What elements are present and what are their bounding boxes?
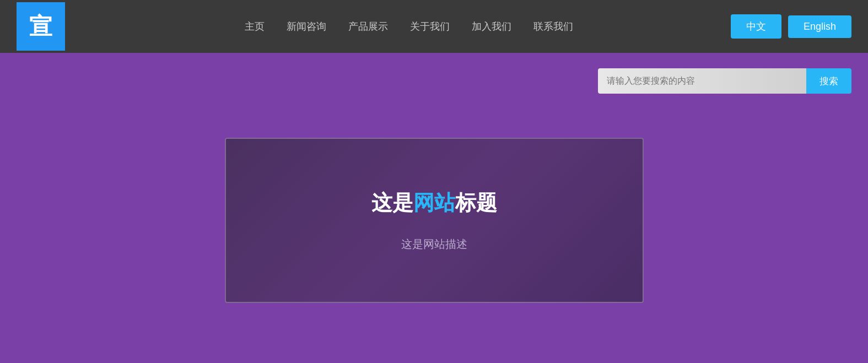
nav-item-products[interactable]: 产品展示 [348,20,388,33]
nav-item-home[interactable]: 主页 [245,20,265,33]
hero-title-highlight: 网站 [413,191,455,214]
hero-title: 这是网站标题 [371,189,497,217]
logo[interactable]: 宣 [17,2,65,51]
hero-box: 这是网站标题 这是网站描述 [225,138,644,303]
lang-en-button[interactable]: English [788,15,851,38]
hero-title-prefix: 这是 [371,191,413,214]
language-switcher: 中文 English [731,14,851,39]
main-nav: 主页 新闻咨询 产品展示 关于我们 加入我们 联系我们 [87,20,731,33]
hero-title-suffix: 标题 [455,191,497,214]
search-button[interactable]: 搜索 [806,68,851,94]
search-input[interactable] [598,68,806,94]
hero-section: 这是网站标题 这是网站描述 [0,99,868,363]
search-bar: 搜索 [0,53,868,99]
main-content: 搜索 这是网站标题 这是网站描述 [0,53,868,363]
nav-item-about[interactable]: 关于我们 [410,20,450,33]
nav-item-contact[interactable]: 联系我们 [533,20,573,33]
nav-item-news[interactable]: 新闻咨询 [287,20,326,33]
hero-description: 这是网站描述 [401,237,467,252]
header: 宣 主页 新闻咨询 产品展示 关于我们 加入我们 联系我们 中文 English [0,0,868,53]
search-input-wrapper: 搜索 [598,68,851,94]
logo-icon: 宣 [29,15,52,38]
nav-item-join[interactable]: 加入我们 [472,20,511,33]
lang-zh-button[interactable]: 中文 [731,14,781,39]
